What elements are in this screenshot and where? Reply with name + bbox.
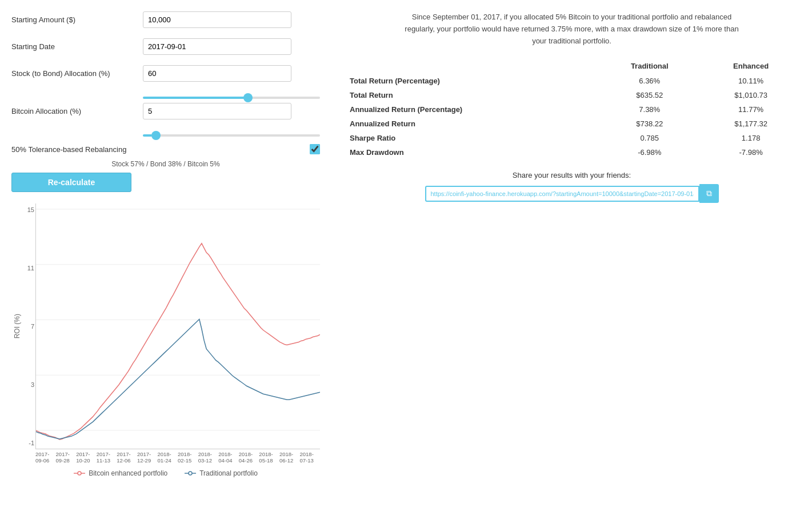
table-row: Annualized Return (Percentage) 7.38% 11.… xyxy=(343,102,801,117)
rebalancing-label: 50% Tolerance-based Rebalancing xyxy=(11,145,310,154)
row-traditional-1: $635.52 xyxy=(598,88,701,102)
col-header-traditional: Traditional xyxy=(598,58,701,74)
legend-trad: Traditional portfolio xyxy=(185,469,258,477)
y-axis-label: ROI (%) xyxy=(13,314,21,338)
row-label-2: Annualized Return (Percentage) xyxy=(343,102,598,117)
starting-date-input[interactable] xyxy=(143,38,291,55)
x-tick-12: 2018-05-18 xyxy=(259,451,279,464)
legend-trad-label: Traditional portfolio xyxy=(199,469,258,477)
bitcoin-allocation-row: Bitcoin Allocation (%) xyxy=(11,103,320,119)
bitcoin-slider[interactable] xyxy=(143,134,320,137)
legend-btc-label: Bitcoin enhanced portfolio xyxy=(89,469,167,477)
x-tick-3: 2017-10-20 xyxy=(76,451,97,464)
x-tick-4: 2017-11-13 xyxy=(97,451,117,464)
x-axis: 2017-09-06 2017-09-28 2017-10-20 2017-11… xyxy=(35,449,320,464)
copy-icon: ⧉ xyxy=(706,189,712,198)
recalculate-button[interactable]: Re-calculate xyxy=(11,173,131,192)
stock-allocation-label: Stock (to Bond) Allocation (%) xyxy=(11,69,143,78)
stock-slider-container xyxy=(143,92,320,101)
share-url-input[interactable] xyxy=(425,186,699,202)
row-label-0: Total Return (Percentage) xyxy=(343,74,598,88)
row-enhanced-5: -7.98% xyxy=(701,145,801,159)
row-traditional-4: 0.785 xyxy=(598,131,701,145)
x-tick-1: 2017-09-06 xyxy=(35,451,56,464)
table-row: Max Drawdown -6.98% -7.98% xyxy=(343,145,801,159)
row-label-5: Max Drawdown xyxy=(343,145,598,159)
svg-point-6 xyxy=(78,472,81,475)
x-tick-7: 2018-01-24 xyxy=(157,451,178,464)
legend-btc: Bitcoin enhanced portfolio xyxy=(74,469,167,477)
starting-amount-label: Starting Amount ($) xyxy=(11,15,143,24)
row-label-1: Total Return xyxy=(343,88,598,102)
stock-allocation-row: Stock (to Bond) Allocation (%) xyxy=(11,65,320,82)
starting-date-label: Starting Date xyxy=(11,42,143,51)
table-row: Total Return $635.52 $1,010.73 xyxy=(343,88,801,102)
share-copy-button[interactable]: ⧉ xyxy=(699,184,719,203)
chart-area: ROI (%) 15 11 7 3 -1 xyxy=(11,203,320,477)
rebalancing-row: 50% Tolerance-based Rebalancing xyxy=(11,144,320,154)
row-traditional-2: 7.38% xyxy=(598,102,701,117)
starting-date-row: Starting Date xyxy=(11,38,320,55)
allocation-text: Stock 57% / Bond 38% / Bitcoin 5% xyxy=(11,160,320,168)
row-traditional-0: 6.36% xyxy=(598,74,701,88)
table-row: Total Return (Percentage) 6.36% 10.11% xyxy=(343,74,801,88)
share-label: Share your results with your friends: xyxy=(343,171,801,179)
x-tick-14: 2018-07-13 xyxy=(300,451,321,464)
starting-amount-row: Starting Amount ($) xyxy=(11,11,320,28)
row-traditional-5: -6.98% xyxy=(598,145,701,159)
starting-amount-input[interactable] xyxy=(143,11,291,28)
row-enhanced-4: 1.178 xyxy=(701,131,801,145)
table-row: Annualized Return $738.22 $1,177.32 xyxy=(343,117,801,131)
chart-svg xyxy=(35,203,320,449)
x-tick-2: 2017-09-28 xyxy=(56,451,77,464)
y-tick-11: 11 xyxy=(24,265,34,272)
x-tick-8: 2018-02-15 xyxy=(178,451,198,464)
svg-point-8 xyxy=(189,472,192,475)
bitcoin-allocation-input[interactable] xyxy=(143,103,291,119)
x-tick-10: 2018-04-04 xyxy=(218,451,239,464)
share-row: ⧉ xyxy=(343,184,801,203)
y-tick-15: 15 xyxy=(24,206,34,213)
rebalancing-checkbox[interactable] xyxy=(310,144,320,154)
bitcoin-slider-container xyxy=(143,130,320,138)
x-tick-11: 2018-04-26 xyxy=(239,451,259,464)
row-enhanced-2: 11.77% xyxy=(701,102,801,117)
row-label-3: Annualized Return xyxy=(343,117,598,131)
col-header-empty xyxy=(343,58,598,74)
traditional-line xyxy=(36,320,320,440)
x-tick-13: 2018-06-12 xyxy=(279,451,300,464)
row-traditional-3: $738.22 xyxy=(598,117,701,131)
table-row: Sharpe Ratio 0.785 1.178 xyxy=(343,131,801,145)
x-tick-9: 2018-03-12 xyxy=(198,451,219,464)
row-label-4: Sharpe Ratio xyxy=(343,131,598,145)
row-enhanced-1: $1,010.73 xyxy=(701,88,801,102)
row-enhanced-0: 10.11% xyxy=(701,74,801,88)
chart-legend: Bitcoin enhanced portfolio Traditional p… xyxy=(11,469,320,477)
right-panel: Since September 01, 2017, if you allocat… xyxy=(343,11,801,477)
x-tick-6: 2017-12-29 xyxy=(137,451,158,464)
y-tick-neg1: -1 xyxy=(24,440,34,446)
row-enhanced-3: $1,177.32 xyxy=(701,117,801,131)
legend-trad-icon xyxy=(185,470,196,477)
stock-slider[interactable] xyxy=(143,97,320,99)
left-panel: Starting Amount ($) Starting Date Stock … xyxy=(11,11,320,477)
col-header-enhanced: Enhanced xyxy=(701,58,801,74)
y-tick-3: 3 xyxy=(24,381,34,388)
bitcoin-allocation-label: Bitcoin Allocation (%) xyxy=(11,107,143,115)
results-table: Traditional Enhanced Total Return (Perce… xyxy=(343,58,801,159)
btc-line xyxy=(36,243,320,440)
share-section: Share your results with your friends: ⧉ xyxy=(343,171,801,203)
legend-btc-icon xyxy=(74,470,85,477)
x-tick-5: 2017-12-06 xyxy=(117,451,137,464)
summary-text: Since September 01, 2017, if you allocat… xyxy=(401,11,743,47)
stock-allocation-input[interactable] xyxy=(143,65,291,82)
y-tick-7: 7 xyxy=(24,323,34,330)
